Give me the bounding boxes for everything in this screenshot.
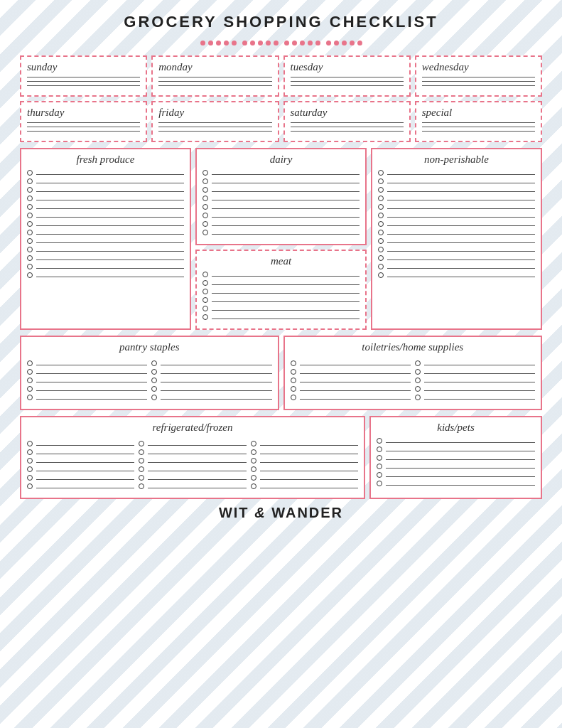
checkbox-circle[interactable] <box>151 369 157 375</box>
checkbox-circle[interactable] <box>377 481 382 486</box>
checkbox-circle[interactable] <box>202 221 208 227</box>
checkbox-circle[interactable] <box>378 221 384 227</box>
checkbox-circle[interactable] <box>27 369 33 375</box>
checkbox-circle[interactable] <box>378 238 384 244</box>
checkbox-circle[interactable] <box>27 213 33 218</box>
checkbox-circle[interactable] <box>202 178 208 184</box>
checkbox-circle[interactable] <box>415 386 421 392</box>
checkbox-circle[interactable] <box>251 449 256 455</box>
checkbox-circle[interactable] <box>27 230 33 235</box>
checkbox-circle[interactable] <box>291 386 296 392</box>
checkbox-circle[interactable] <box>27 483 33 489</box>
checkbox-circle[interactable] <box>202 272 208 277</box>
checkbox-circle[interactable] <box>378 264 384 269</box>
checkbox-circle[interactable] <box>27 204 33 210</box>
checkbox-circle[interactable] <box>27 221 33 227</box>
checkbox-circle[interactable] <box>377 438 382 444</box>
checkbox-circle[interactable] <box>27 449 33 455</box>
list-item <box>251 466 358 472</box>
checkbox-circle[interactable] <box>139 475 144 481</box>
checkbox-circle[interactable] <box>27 272 33 278</box>
checkbox-circle[interactable] <box>291 378 296 383</box>
checkbox-circle[interactable] <box>27 187 33 193</box>
list-item <box>202 187 360 193</box>
checkbox-circle[interactable] <box>415 378 421 383</box>
list-item <box>291 360 411 366</box>
checkbox-circle[interactable] <box>27 255 33 261</box>
checkbox-circle[interactable] <box>202 230 208 235</box>
checkbox-circle[interactable] <box>378 187 384 193</box>
checkbox-circle[interactable] <box>27 395 33 400</box>
checkbox-circle[interactable] <box>151 386 157 392</box>
checkbox-circle[interactable] <box>202 170 208 176</box>
checkbox-circle[interactable] <box>378 196 384 201</box>
checkbox-circle[interactable] <box>202 314 208 320</box>
checkbox-circle[interactable] <box>27 475 33 481</box>
fresh-produce-label: fresh produce <box>27 154 184 166</box>
checkbox-circle[interactable] <box>27 466 33 472</box>
footer-brand: WIT & WANDER <box>20 505 542 521</box>
checkbox-circle[interactable] <box>27 441 33 446</box>
pantry-toiletries-section: pantry staples <box>20 336 542 410</box>
checkbox-circle[interactable] <box>377 446 382 452</box>
checkbox-circle[interactable] <box>202 204 208 210</box>
checkbox-circle[interactable] <box>202 289 208 294</box>
checkbox-circle[interactable] <box>139 483 144 489</box>
checkbox-circle[interactable] <box>151 360 157 366</box>
checkbox-circle[interactable] <box>27 178 33 184</box>
checkbox-circle[interactable] <box>27 264 33 269</box>
checkbox-circle[interactable] <box>202 196 208 201</box>
checkbox-circle[interactable] <box>202 280 208 286</box>
checkbox-circle[interactable] <box>378 230 384 235</box>
checkbox-circle[interactable] <box>378 247 384 252</box>
checkbox-circle[interactable] <box>27 378 33 383</box>
checkbox-circle[interactable] <box>151 395 157 400</box>
checkbox-circle[interactable] <box>139 466 144 472</box>
checkbox-circle[interactable] <box>378 272 384 278</box>
checkbox-circle[interactable] <box>291 360 296 366</box>
checkbox-circle[interactable] <box>27 458 33 464</box>
checkbox-circle[interactable] <box>202 187 208 193</box>
checkbox-circle[interactable] <box>251 458 256 464</box>
list-item <box>251 475 358 481</box>
meat-label: meat <box>202 255 360 267</box>
list-item <box>251 458 358 464</box>
checkbox-circle[interactable] <box>377 472 382 478</box>
checkbox-circle[interactable] <box>251 483 256 489</box>
checkbox-circle[interactable] <box>378 255 384 261</box>
checkbox-circle[interactable] <box>27 247 33 252</box>
list-item <box>27 204 184 210</box>
list-item <box>291 395 411 400</box>
checkbox-circle[interactable] <box>377 455 382 461</box>
checkbox-circle[interactable] <box>378 178 384 184</box>
checkbox-circle[interactable] <box>27 196 33 201</box>
checkbox-circle[interactable] <box>415 369 421 375</box>
checkbox-circle[interactable] <box>27 386 33 392</box>
checkbox-circle[interactable] <box>202 306 208 311</box>
checkbox-circle[interactable] <box>251 475 256 481</box>
checkbox-circle[interactable] <box>151 378 157 383</box>
checkbox-circle[interactable] <box>291 395 296 400</box>
day-box-tuesday: tuesday <box>283 55 411 97</box>
checkbox-circle[interactable] <box>202 297 208 303</box>
checkbox-circle[interactable] <box>291 369 296 375</box>
list-item <box>27 272 184 278</box>
checkbox-circle[interactable] <box>378 204 384 210</box>
checkbox-circle[interactable] <box>378 213 384 218</box>
checkbox-circle[interactable] <box>415 395 421 400</box>
checkbox-circle[interactable] <box>378 170 384 176</box>
list-item <box>27 475 134 481</box>
checkbox-circle[interactable] <box>27 360 33 366</box>
checkbox-circle[interactable] <box>415 360 421 366</box>
checkbox-circle[interactable] <box>139 449 144 455</box>
checkbox-circle[interactable] <box>139 441 144 446</box>
checkbox-circle[interactable] <box>251 441 256 446</box>
checkbox-circle[interactable] <box>27 238 33 244</box>
checkbox-circle[interactable] <box>251 466 256 472</box>
checkbox-circle[interactable] <box>377 464 382 469</box>
list-item <box>378 230 535 235</box>
list-item <box>27 170 184 176</box>
checkbox-circle[interactable] <box>202 213 208 218</box>
checkbox-circle[interactable] <box>139 458 144 464</box>
checkbox-circle[interactable] <box>27 170 33 176</box>
